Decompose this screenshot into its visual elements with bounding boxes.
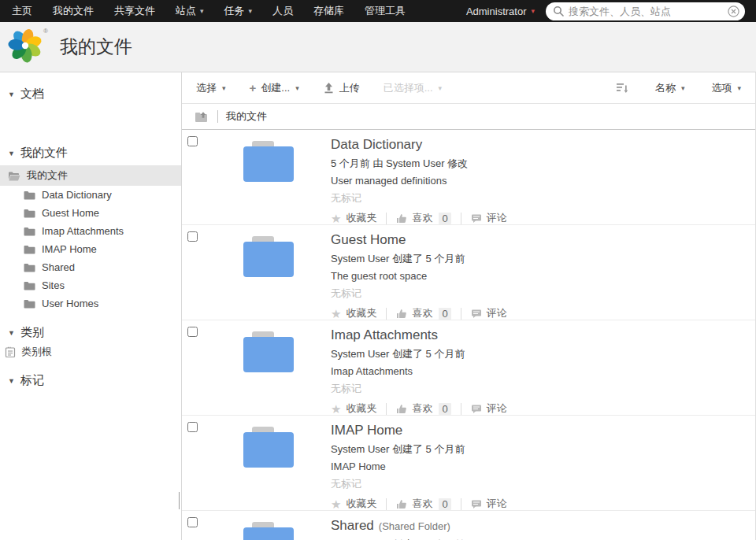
file-info: Shared(Shared Folder) System User 创建了 5 … bbox=[331, 516, 755, 540]
favorite-button[interactable]: ★ 收藏夹 bbox=[331, 211, 376, 225]
document-list-pane: 选择 ▾ + 创建... ▾ 上传 已选择项... ▾ 名称 ▾ bbox=[182, 72, 755, 540]
sort-direction-icon[interactable] bbox=[616, 83, 628, 94]
nav-item-存储库[interactable]: 存储库 bbox=[303, 0, 354, 22]
create-button[interactable]: + 创建... ▾ bbox=[250, 81, 299, 95]
open-folder-icon bbox=[8, 171, 20, 181]
documents-section-header[interactable]: ▼ 文档 bbox=[0, 85, 181, 105]
chevron-down-icon: ▾ bbox=[737, 84, 741, 92]
categories-section-header[interactable]: ▼ 类别 bbox=[0, 324, 181, 343]
row-checkbox[interactable] bbox=[187, 231, 198, 242]
folder-thumbnail[interactable] bbox=[243, 426, 295, 471]
nav-item-管理工具[interactable]: 管理工具 bbox=[354, 0, 416, 22]
like-button[interactable]: 喜欢 0 bbox=[396, 497, 450, 511]
favorite-button[interactable]: ★ 收藏夹 bbox=[331, 401, 376, 416]
nav-item-任务[interactable]: 任务 ▾ bbox=[214, 0, 263, 22]
folder-thumbnail[interactable] bbox=[243, 331, 295, 375]
file-actions: ★ 收藏夹 喜欢 0 评论 bbox=[331, 306, 755, 320]
file-info: IMAP Home System User 创建了 5 个月前 IMAP Hom… bbox=[331, 421, 755, 511]
chevron-down-icon: ▾ bbox=[222, 84, 226, 92]
table-row: Guest Home System User 创建了 5 个月前 The gue… bbox=[182, 225, 755, 320]
row-checkbox[interactable] bbox=[187, 517, 198, 527]
file-name-link[interactable]: Data Dictionary bbox=[331, 137, 422, 152]
selected-items-button[interactable]: 已选择项... ▾ bbox=[384, 81, 442, 95]
big-folder-icon bbox=[243, 235, 295, 278]
doclist-toolbar: 选择 ▾ + 创建... ▾ 上传 已选择项... ▾ 名称 ▾ bbox=[182, 72, 755, 104]
like-button[interactable]: 喜欢 0 bbox=[396, 306, 450, 320]
folder-icon bbox=[24, 245, 35, 254]
nav-item-我的文件[interactable]: 我的文件 bbox=[43, 0, 104, 22]
file-name-link[interactable]: Guest Home bbox=[331, 232, 406, 247]
chevron-down-icon: ▾ bbox=[531, 7, 535, 15]
sidebar-resize-handle[interactable] bbox=[177, 487, 182, 514]
tree-folder-item[interactable]: IMAP Home bbox=[0, 240, 181, 258]
registered-mark: ® bbox=[43, 28, 48, 35]
sidebar-section-documents: ▼ 文档 bbox=[0, 85, 181, 133]
file-modified-meta: System User 创建了 5 个月前 bbox=[331, 347, 755, 361]
nav-item-人员[interactable]: 人员 bbox=[262, 0, 303, 22]
like-button[interactable]: 喜欢 0 bbox=[396, 401, 450, 416]
sidebar-section-library: ▼ 我的文件 我的文件 Data Dictionary Guest Home I… bbox=[0, 144, 181, 313]
comment-button[interactable]: 评论 bbox=[471, 497, 507, 511]
tree-folder-item[interactable]: Sites bbox=[0, 276, 181, 294]
nav-item-主页[interactable]: 主页 bbox=[2, 0, 43, 22]
file-name-link[interactable]: Imap Attachments bbox=[331, 327, 438, 342]
favorite-button[interactable]: ★ 收藏夹 bbox=[331, 497, 376, 511]
search-box[interactable] bbox=[546, 2, 745, 20]
folder-thumbnail[interactable] bbox=[243, 140, 295, 185]
thumbs-up-icon bbox=[396, 309, 407, 319]
nav-item-站点[interactable]: 站点 ▾ bbox=[165, 0, 214, 22]
flower-petals bbox=[8, 28, 43, 63]
action-divider bbox=[386, 403, 387, 415]
comment-icon bbox=[471, 404, 482, 414]
nav-item-共享文件[interactable]: 共享文件 bbox=[104, 0, 165, 22]
tree-root-my-files[interactable]: 我的文件 bbox=[0, 165, 181, 186]
file-name-link[interactable]: IMAP Home bbox=[331, 423, 402, 438]
category-item[interactable]: 类别根 bbox=[0, 343, 181, 361]
tree-folder-item[interactable]: Shared bbox=[0, 258, 181, 276]
like-count: 0 bbox=[439, 213, 450, 224]
user-menu[interactable]: Administrator ▾ bbox=[455, 6, 546, 17]
file-actions: ★ 收藏夹 喜欢 0 评论 bbox=[331, 401, 755, 416]
tree-folder-item[interactable]: Imap Attachments bbox=[0, 222, 181, 240]
folder-up-icon[interactable] bbox=[195, 111, 209, 123]
upload-button[interactable]: 上传 bbox=[323, 81, 360, 95]
user-menu-label: Administrator bbox=[466, 6, 527, 17]
alfresco-logo: ® bbox=[6, 27, 47, 68]
file-name-link[interactable]: Shared bbox=[331, 518, 374, 533]
like-count: 0 bbox=[439, 403, 450, 415]
action-divider bbox=[386, 498, 387, 510]
like-button[interactable]: 喜欢 0 bbox=[396, 211, 450, 225]
action-divider bbox=[386, 213, 387, 224]
comment-button[interactable]: 评论 bbox=[471, 211, 507, 225]
tree-folder-item[interactable]: User Homes bbox=[0, 294, 181, 313]
comment-button[interactable]: 评论 bbox=[471, 401, 507, 416]
sidebar-filter-link[interactable] bbox=[0, 128, 181, 133]
row-checkbox[interactable] bbox=[187, 136, 198, 146]
file-modified-meta: System User 创建了 5 个月前 bbox=[331, 442, 755, 457]
folder-icon bbox=[24, 299, 35, 309]
comment-button[interactable]: 评论 bbox=[471, 306, 507, 320]
options-button[interactable]: 选项 ▾ bbox=[711, 81, 741, 95]
favorite-button[interactable]: ★ 收藏夹 bbox=[331, 306, 376, 320]
row-checkbox[interactable] bbox=[187, 422, 198, 432]
select-button[interactable]: 选择 ▾ bbox=[196, 81, 226, 95]
row-checkbox[interactable] bbox=[187, 327, 198, 337]
tree-folder-item[interactable]: Data Dictionary bbox=[0, 186, 181, 204]
folder-thumbnail[interactable] bbox=[243, 521, 295, 540]
file-list: Data Dictionary 5 个月前 由 System User 修改 U… bbox=[182, 130, 755, 540]
breadcrumb-current[interactable]: 我的文件 bbox=[226, 109, 267, 124]
search-input[interactable] bbox=[564, 6, 728, 17]
file-modified-meta: 5 个月前 由 System User 修改 bbox=[331, 157, 755, 171]
file-tags: 无标记 bbox=[331, 287, 755, 300]
folder-thumbnail[interactable] bbox=[243, 235, 295, 280]
sort-field-button[interactable]: 名称 ▾ bbox=[655, 81, 685, 95]
big-folder-icon bbox=[243, 521, 295, 540]
library-section-header[interactable]: ▼ 我的文件 bbox=[0, 144, 181, 164]
clear-search-icon[interactable] bbox=[728, 6, 739, 17]
tree-folder-item[interactable]: Guest Home bbox=[0, 204, 181, 222]
file-description: Imap Attachments bbox=[331, 364, 755, 378]
tags-section-header[interactable]: ▼ 标记 bbox=[0, 372, 181, 391]
action-divider bbox=[461, 213, 461, 224]
thumbs-up-icon bbox=[396, 404, 407, 414]
file-tags: 无标记 bbox=[331, 382, 755, 395]
